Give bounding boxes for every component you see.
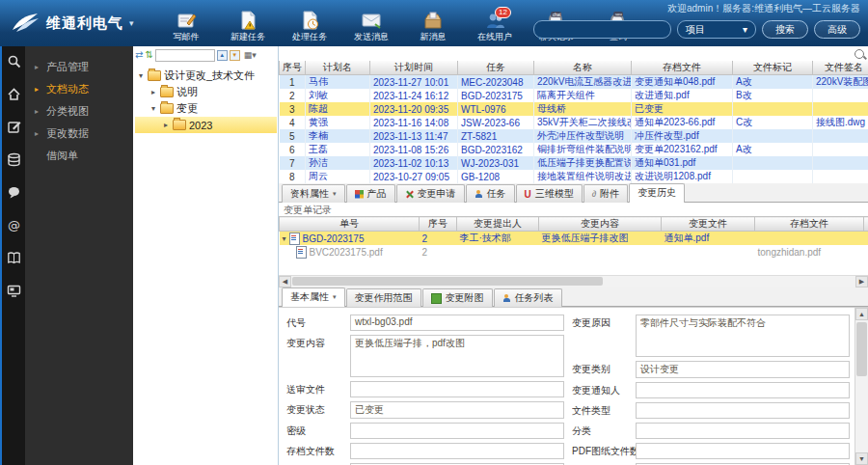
table-row[interactable]: 6王磊2023-11-08 15:26BGD-2023162铜排折弯组件装配说明… [280, 143, 868, 156]
tab-1[interactable]: 资料属性▾ [282, 184, 345, 203]
change-record-row[interactable]: BVC2023175.pdf2tongzhidan.pdfBVC2023175.… [280, 245, 868, 259]
field-input[interactable] [636, 423, 850, 439]
scroll-right-icon[interactable]: ▶ [855, 276, 868, 287]
book-icon[interactable] [7, 251, 21, 265]
advanced-search-button[interactable]: 高级 [814, 20, 860, 39]
field-input[interactable]: 已变更 [350, 401, 564, 419]
find-prev-icon[interactable]: ▲ [217, 50, 228, 61]
expander-icon[interactable]: ▸ [149, 88, 157, 96]
tree-node-4[interactable]: ▸2023 [135, 117, 277, 133]
scroll-left-icon[interactable]: ◀ [279, 276, 291, 287]
scroll-thumb[interactable] [856, 322, 867, 376]
tab-3[interactable]: 变更申请 [396, 184, 465, 203]
toolbar-send-message[interactable]: 发送消息 [345, 10, 397, 43]
sidebar-item-1[interactable]: ▸产品管理 [25, 56, 133, 78]
grid-horizontal-scrollbar[interactable]: ◀ ▶ [279, 275, 868, 287]
table-cell [813, 156, 868, 170]
sidebar-item-5[interactable]: 借阅单 [25, 145, 133, 167]
column-header[interactable]: 存档文件 [755, 217, 864, 232]
scroll-down-icon[interactable]: ▼ [855, 452, 868, 465]
tab-6[interactable]: ∂附件 [583, 184, 628, 203]
sidebar-item-3[interactable]: ▸分类视图 [25, 100, 133, 123]
toolbar-new-message[interactable]: 新消息 [407, 10, 459, 43]
sidebar-item-4[interactable]: ▸更改数据 [25, 123, 133, 145]
toolbar-handle-task[interactable]: 处理任务 [284, 10, 336, 43]
monitor-icon[interactable] [7, 284, 21, 298]
edit-icon[interactable] [7, 120, 21, 134]
field-input[interactable] [636, 443, 850, 459]
global-search-input[interactable] [533, 20, 671, 39]
toolbar-write-mail[interactable]: 写邮件 [160, 10, 212, 43]
tab-5[interactable]: U三维模型 [516, 184, 583, 203]
expander-icon[interactable]: ▾ [283, 234, 286, 243]
field-label: 文件类型 [572, 402, 636, 418]
column-header[interactable]: 名称 [534, 61, 632, 75]
column-header[interactable]: 计划时间 [370, 61, 458, 75]
prop-tab-2[interactable]: 变更作用范围 [346, 288, 421, 307]
table-row[interactable]: 4黄强2023-11-16 14:08JSW-2023-6635kV开关柜二次接… [280, 116, 868, 129]
search-button[interactable]: 搜索 [762, 20, 808, 39]
hscroll-track[interactable] [291, 276, 855, 287]
column-header[interactable]: 变更提出人 [457, 217, 539, 232]
field-textarea[interactable]: 零部件尺寸与实际装配不符合 [636, 315, 850, 357]
toolbar-new-task[interactable]: 新建任务 [222, 10, 274, 43]
column-header[interactable]: 单号 [280, 217, 420, 232]
columns-icon[interactable]: ▦▾ [244, 50, 257, 60]
sidebar-item-2[interactable]: ▸文档动态 [25, 78, 133, 100]
tree-filter-input[interactable] [155, 49, 215, 62]
expander-icon[interactable]: ▾ [149, 104, 157, 113]
expander-icon[interactable]: ▸ [162, 121, 170, 129]
chat-icon[interactable] [7, 185, 21, 200]
tree-node-3[interactable]: ▾变更 [135, 100, 277, 117]
toolbar-online-users[interactable]: 12在线用户 [469, 10, 521, 43]
table-row[interactable]: 3陈超2023-11-20 09:35WTL-0976母线桥已变更高山 [280, 102, 868, 116]
field-input[interactable] [636, 402, 850, 419]
table-row[interactable]: 1马伟2023-11-27 10:01MEC-2023048220kV电流互感器… [280, 75, 868, 90]
tree-node-1[interactable]: ▾设计更改_技术文件 [135, 68, 277, 84]
tab-4[interactable]: 任务 [466, 184, 515, 203]
field-input[interactable]: wtxl-bg03.pdf [350, 315, 564, 331]
column-header[interactable]: 任务 [458, 61, 534, 75]
search-icon[interactable] [7, 54, 21, 68]
table-row[interactable]: 5李楠2023-11-13 11:47ZT-5821外壳冲压件改型说明冲压件改型… [280, 129, 868, 143]
find-next-icon[interactable]: ▼ [230, 50, 240, 61]
column-header[interactable]: 序号 [420, 217, 457, 232]
column-header[interactable]: 序号 [280, 61, 306, 75]
table-row[interactable]: 7孙洁2023-11-02 10:13WJ-2023-031低压端子排更换配置说… [280, 156, 868, 170]
app-logo[interactable]: 维通利电气 ▾ [0, 0, 156, 46]
table-cell: ▾BGD-2023175 [280, 232, 420, 246]
field-input[interactable] [636, 382, 850, 398]
column-header[interactable]: 变更内容 [539, 217, 662, 232]
field-input[interactable] [350, 423, 564, 439]
tab-2[interactable]: 产品 [346, 184, 395, 203]
tree-node-2[interactable]: ▸说明 [135, 84, 277, 100]
field-input[interactable] [350, 381, 564, 397]
prop-tab-4[interactable]: 任务列表 [494, 288, 562, 307]
tab-7[interactable]: 变更历史 [629, 183, 685, 203]
scroll-up-icon[interactable]: ▲ [855, 308, 868, 320]
column-header[interactable]: 文件标记 [733, 61, 813, 75]
table-row[interactable]: 8周云2023-10-27 09:05GB-1208接地装置组件说明改进.pdf… [280, 170, 868, 183]
link-icon[interactable]: ⇅ [145, 50, 152, 60]
field-input[interactable] [350, 443, 564, 459]
expander-icon[interactable]: ▾ [137, 71, 145, 80]
column-header[interactable]: 文件签名 [813, 61, 868, 75]
home-icon[interactable] [7, 87, 21, 101]
search-icon[interactable] [854, 49, 864, 59]
table-row[interactable]: 2刘敏2023-11-24 16:12BGD-2023175隔离开关组件改进通知… [280, 89, 868, 102]
column-header[interactable]: 变更通知人 [864, 217, 868, 232]
search-scope-select[interactable]: 项目 ▾ [677, 20, 756, 39]
prop-tab-1[interactable]: 基本属性▾ [282, 287, 345, 307]
form-vertical-scrollbar[interactable]: ▲ ▼ [854, 308, 868, 465]
column-header[interactable]: 变更文件 [662, 217, 755, 232]
field-textarea[interactable]: 更换低压端子排，pdf改图 [350, 335, 564, 377]
refresh-icon[interactable]: ⇄ [135, 50, 143, 60]
hscroll-thumb[interactable] [292, 277, 603, 286]
field-input[interactable]: 设计变更 [636, 361, 850, 378]
database-icon[interactable] [7, 152, 21, 167]
change-record-row[interactable]: ▾BGD-20231752李工·技术部更换低压端子排改图通知单.pdf生效 [280, 232, 868, 246]
prop-tab-3[interactable]: 变更附图 [422, 288, 493, 307]
column-header[interactable]: 存档文件 [632, 61, 733, 75]
at-icon[interactable]: @ [7, 218, 21, 232]
column-header[interactable]: 计划名 [306, 61, 370, 75]
